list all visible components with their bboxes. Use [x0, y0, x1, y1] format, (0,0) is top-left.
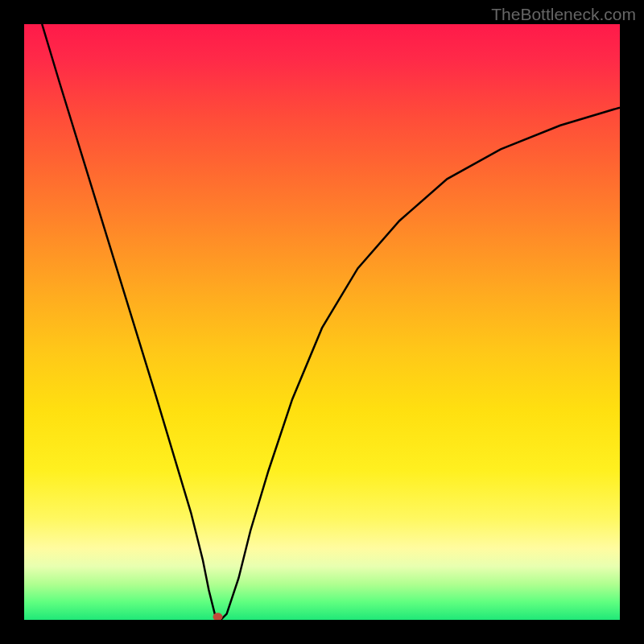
chart-plot-area [24, 24, 620, 620]
watermark-text: TheBottleneck.com [491, 5, 636, 24]
bottleneck-curve [24, 24, 620, 620]
